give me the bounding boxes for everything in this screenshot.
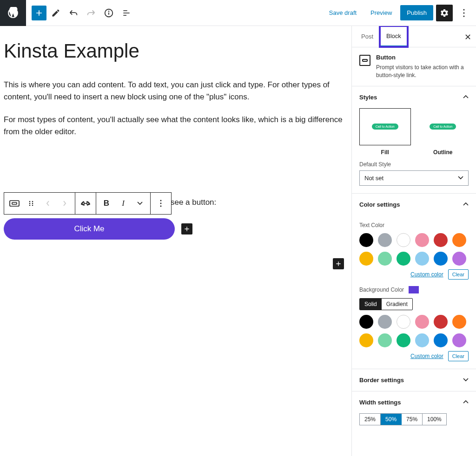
add-block-button[interactable]: [32, 6, 46, 20]
styles-panel: Styles Call to Action Fill Call to Actio…: [352, 86, 476, 193]
paragraph-block[interactable]: For most types of content, you'll actual…: [4, 114, 345, 138]
button-block-type-icon: [359, 55, 370, 66]
chevron-down-icon[interactable]: [132, 193, 148, 214]
page-title[interactable]: Kinsta Example: [4, 40, 348, 62]
settings-gear-button[interactable]: [436, 5, 453, 21]
color-settings-header[interactable]: Color settings: [352, 194, 476, 215]
block-type-title: Button: [376, 54, 469, 61]
chevron-up-icon: [463, 95, 469, 99]
width-option[interactable]: 50%: [381, 414, 402, 425]
add-block-inline-button[interactable]: [181, 223, 192, 235]
panel-title: Styles: [359, 94, 377, 101]
custom-color-link[interactable]: Custom color: [410, 353, 443, 359]
color-swatch[interactable]: [378, 315, 392, 329]
text-color-label: Text Color: [359, 222, 469, 228]
more-block-options-icon[interactable]: [152, 193, 169, 214]
color-swatch[interactable]: [359, 315, 373, 329]
svg-point-8: [463, 15, 464, 17]
outline-icon[interactable]: [118, 5, 135, 21]
color-swatch[interactable]: [378, 252, 392, 266]
solid-toggle[interactable]: Solid: [360, 299, 382, 310]
width-settings-header[interactable]: Width settings: [352, 391, 476, 413]
tab-post[interactable]: Post: [355, 26, 380, 47]
edit-mode-icon[interactable]: [47, 5, 64, 21]
close-sidebar-icon[interactable]: ✕: [464, 32, 471, 42]
button-block[interactable]: Click Me: [4, 218, 175, 240]
add-block-trailing-button[interactable]: [333, 258, 344, 269]
wordpress-logo[interactable]: [0, 0, 26, 26]
more-options-icon[interactable]: [456, 5, 472, 21]
color-swatch[interactable]: [397, 315, 410, 329]
color-swatch[interactable]: [359, 252, 373, 266]
svg-point-15: [29, 205, 31, 206]
color-swatch[interactable]: [434, 252, 448, 266]
paragraph-block[interactable]: This is where you can add content. To ad…: [4, 79, 345, 104]
panel-title: Color settings: [359, 201, 400, 208]
width-segment: 25%50%75%100%: [359, 413, 447, 425]
block-header: Button Prompt visitors to take action wi…: [352, 47, 476, 86]
link-icon[interactable]: [77, 193, 94, 214]
color-swatch[interactable]: [434, 233, 448, 247]
block-toolbar: B I: [4, 192, 172, 215]
color-swatch[interactable]: [415, 333, 429, 347]
svg-point-20: [160, 206, 162, 207]
border-settings-header[interactable]: Border settings: [352, 369, 476, 391]
color-swatch[interactable]: [397, 233, 410, 247]
redo-icon: [83, 5, 99, 21]
default-style-select[interactable]: Not set: [359, 170, 469, 186]
panel-title: Width settings: [359, 399, 401, 406]
width-option[interactable]: 100%: [423, 414, 446, 425]
svg-point-6: [463, 9, 464, 10]
button-block-wrapper: Click Me: [4, 218, 192, 240]
color-swatch[interactable]: [434, 315, 448, 329]
move-right-icon: [56, 193, 73, 214]
undo-icon[interactable]: [65, 5, 82, 21]
style-fill-option[interactable]: Call to Action Fill: [359, 108, 411, 156]
svg-point-11: [29, 201, 31, 202]
sidebar-tabs: Post Block ✕: [352, 26, 476, 47]
color-swatch[interactable]: [415, 315, 429, 329]
button-block-icon[interactable]: [6, 193, 23, 214]
main-wrapper: Kinsta Example This is where you can add…: [0, 26, 476, 456]
color-swatch[interactable]: [359, 233, 373, 247]
editor-canvas[interactable]: Kinsta Example This is where you can add…: [0, 26, 351, 456]
color-swatch[interactable]: [452, 252, 466, 266]
save-draft-button[interactable]: Save draft: [324, 6, 362, 20]
color-swatch[interactable]: [397, 333, 410, 347]
width-option[interactable]: 25%: [360, 414, 381, 425]
drag-handle-icon[interactable]: [23, 193, 40, 214]
svg-point-18: [160, 200, 162, 202]
color-swatch[interactable]: [452, 333, 466, 347]
color-settings-panel: Color settings Text Color Custom color C…: [352, 193, 476, 369]
color-swatch[interactable]: [359, 333, 373, 347]
publish-button[interactable]: Publish: [400, 5, 433, 20]
color-swatch[interactable]: [452, 233, 466, 247]
color-swatch[interactable]: [397, 252, 410, 266]
color-swatch[interactable]: [378, 233, 392, 247]
italic-icon[interactable]: I: [115, 193, 132, 214]
svg-point-13: [29, 203, 31, 204]
preview-button[interactable]: Preview: [365, 6, 397, 20]
color-swatch[interactable]: [415, 252, 429, 266]
svg-point-19: [160, 203, 162, 204]
color-swatch[interactable]: [452, 315, 466, 329]
width-option[interactable]: 75%: [402, 414, 423, 425]
color-swatch[interactable]: [378, 333, 392, 347]
border-settings-panel: Border settings: [352, 369, 476, 391]
bold-icon[interactable]: B: [98, 193, 115, 214]
tab-block[interactable]: Block: [380, 26, 408, 47]
chevron-down-icon: [458, 176, 463, 180]
styles-panel-header[interactable]: Styles: [352, 86, 476, 108]
chevron-down-icon: [463, 378, 469, 382]
clear-color-button[interactable]: Clear: [448, 269, 469, 280]
clear-color-button[interactable]: Clear: [448, 351, 469, 361]
color-swatch[interactable]: [434, 333, 448, 347]
custom-color-link[interactable]: Custom color: [410, 271, 443, 278]
color-swatch[interactable]: [415, 233, 429, 247]
text-color-swatches: [359, 233, 469, 266]
style-outline-option[interactable]: Call to Action Outline: [417, 108, 469, 156]
gradient-toggle[interactable]: Gradient: [382, 299, 412, 310]
bg-color-label: Background Color: [359, 287, 404, 293]
svg-point-12: [32, 201, 33, 202]
info-icon[interactable]: [100, 5, 117, 21]
